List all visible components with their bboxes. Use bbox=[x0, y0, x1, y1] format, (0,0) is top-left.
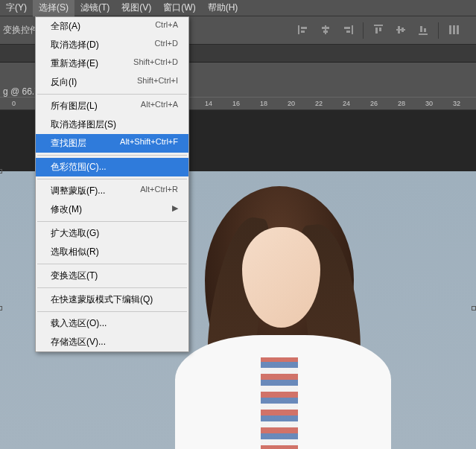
menu-item[interactable]: 全部(A)Ctrl+A bbox=[36, 17, 188, 36]
menu-filter[interactable]: 滤镜(T) bbox=[74, 0, 115, 16]
align-left-icon[interactable] bbox=[296, 22, 311, 37]
transform-handle[interactable] bbox=[0, 169, 2, 173]
menu-separator bbox=[37, 94, 187, 95]
svg-rect-7 bbox=[344, 27, 350, 29]
menu-item-label: 反向(I) bbox=[51, 76, 77, 89]
menu-item[interactable]: 选取相似(R) bbox=[36, 243, 188, 261]
menu-item[interactable]: 变换选区(T) bbox=[36, 267, 188, 285]
svg-rect-1 bbox=[301, 27, 307, 29]
ruler-tick-label: 18 bbox=[260, 100, 267, 107]
align-bottom-icon[interactable] bbox=[416, 22, 431, 37]
distribute-icon[interactable] bbox=[446, 22, 461, 37]
menu-item-label: 全部(A) bbox=[51, 20, 80, 33]
ruler-tick-label: 20 bbox=[288, 100, 295, 107]
ruler-tick-label: 28 bbox=[398, 100, 405, 107]
svg-rect-17 bbox=[424, 28, 426, 32]
svg-rect-14 bbox=[402, 28, 404, 32]
svg-rect-16 bbox=[420, 26, 422, 32]
svg-rect-6 bbox=[352, 25, 353, 34]
menu-item[interactable]: 扩大选取(G) bbox=[36, 224, 188, 243]
menu-item-label: 调整蒙版(F)... bbox=[51, 185, 105, 197]
menu-item[interactable]: 所有图层(L)Alt+Ctrl+A bbox=[36, 97, 188, 115]
ruler-tick-label: 26 bbox=[370, 100, 378, 107]
select-menu-dropdown: 全部(A)Ctrl+A取消选择(D)Ctrl+D重新选择(E)Shift+Ctr… bbox=[35, 16, 189, 352]
svg-rect-20 bbox=[457, 25, 459, 34]
menu-item[interactable]: 取消选择(D)Ctrl+D bbox=[36, 36, 188, 54]
menu-item[interactable]: 重新选择(E)Shift+Ctrl+D bbox=[36, 54, 188, 73]
menu-shortcut: Shift+Ctrl+I bbox=[137, 76, 178, 89]
menu-shortcut: Ctrl+D bbox=[155, 39, 178, 51]
menu-item-label: 所有图层(L) bbox=[51, 100, 98, 112]
menu-separator bbox=[37, 221, 187, 222]
svg-rect-10 bbox=[375, 28, 378, 34]
menu-help[interactable]: 帮助(H) bbox=[202, 0, 244, 16]
svg-rect-13 bbox=[398, 26, 400, 34]
menu-item[interactable]: 存储选区(V)... bbox=[36, 333, 188, 351]
svg-rect-12 bbox=[396, 29, 405, 31]
ruler-tick-label: 0 bbox=[12, 100, 16, 107]
svg-rect-2 bbox=[301, 31, 305, 33]
transform-handle[interactable] bbox=[472, 306, 476, 311]
menu-select[interactable]: 选择(S) bbox=[33, 0, 74, 16]
menu-view[interactable]: 视图(V) bbox=[115, 0, 157, 16]
ruler-tick-label: 24 bbox=[343, 100, 350, 107]
menu-item[interactable]: 调整蒙版(F)...Alt+Ctrl+R bbox=[36, 182, 188, 200]
align-center-v-icon[interactable] bbox=[393, 22, 408, 37]
ruler-tick-label: 30 bbox=[425, 100, 433, 107]
menu-shortcut: Ctrl+A bbox=[155, 20, 178, 33]
menu-type[interactable]: 字(Y) bbox=[0, 0, 33, 16]
menu-item-label: 查找图层 bbox=[51, 137, 86, 150]
svg-rect-0 bbox=[298, 25, 299, 34]
svg-rect-5 bbox=[323, 31, 328, 33]
menu-item-label: 存储选区(V)... bbox=[51, 336, 106, 348]
ruler-tick-label: 22 bbox=[315, 100, 323, 107]
menu-separator bbox=[37, 311, 187, 312]
menu-item-label: 色彩范围(C)... bbox=[51, 161, 107, 173]
svg-rect-4 bbox=[322, 27, 329, 29]
separator bbox=[363, 22, 364, 39]
menu-separator bbox=[37, 155, 187, 156]
menubar: 字(Y) 选择(S) 滤镜(T) 视图(V) 窗口(W) 帮助(H) bbox=[0, 0, 476, 16]
menu-item[interactable]: 在快速蒙版模式下编辑(Q) bbox=[36, 290, 188, 309]
menu-item-label: 修改(M) bbox=[51, 203, 82, 216]
menu-item-label: 扩大选取(G) bbox=[51, 227, 99, 240]
menu-separator bbox=[37, 264, 187, 264]
menu-shortcut: Alt+Ctrl+R bbox=[140, 185, 178, 197]
align-right-icon[interactable] bbox=[340, 22, 355, 37]
menu-item-label: 在快速蒙版模式下编辑(Q) bbox=[51, 293, 153, 306]
menu-item[interactable]: 查找图层Alt+Shift+Ctrl+F bbox=[36, 134, 188, 153]
menu-item-label: 选取相似(R) bbox=[51, 246, 99, 258]
menu-item[interactable]: 反向(I)Shift+Ctrl+I bbox=[36, 73, 188, 92]
svg-rect-9 bbox=[374, 25, 383, 26]
svg-rect-15 bbox=[419, 34, 428, 35]
menu-item-label: 载入选区(O)... bbox=[51, 317, 107, 330]
svg-rect-19 bbox=[453, 25, 455, 34]
svg-rect-11 bbox=[379, 28, 381, 31]
menu-shortcut: Alt+Ctrl+A bbox=[141, 100, 178, 112]
menu-item-label: 取消选择图层(S) bbox=[51, 118, 116, 131]
ruler-tick-label: 16 bbox=[232, 100, 240, 107]
ruler-tick-label: 14 bbox=[205, 100, 212, 107]
submenu-arrow-icon: ▶ bbox=[172, 203, 178, 216]
menu-item[interactable]: 取消选择图层(S) bbox=[36, 115, 188, 134]
separator bbox=[438, 22, 439, 39]
svg-rect-8 bbox=[346, 31, 350, 33]
menu-shortcut: Shift+Ctrl+D bbox=[133, 57, 178, 70]
transform-controls-label: 变换控件 bbox=[3, 24, 39, 36]
menu-window[interactable]: 窗口(W) bbox=[157, 0, 201, 16]
menu-item-label: 取消选择(D) bbox=[51, 39, 99, 51]
ruler-tick-label: 32 bbox=[453, 100, 460, 107]
menu-item-label: 变换选区(T) bbox=[51, 270, 98, 282]
svg-rect-18 bbox=[449, 25, 451, 34]
menu-separator bbox=[37, 179, 187, 179]
document-zoom-label: g @ 66.7 bbox=[3, 86, 39, 97]
menu-item[interactable]: 载入选区(O)... bbox=[36, 314, 188, 333]
menu-item[interactable]: 修改(M)▶ bbox=[36, 200, 188, 219]
align-center-h-icon[interactable] bbox=[318, 22, 333, 37]
menu-shortcut: Alt+Shift+Ctrl+F bbox=[120, 137, 178, 150]
menu-separator bbox=[37, 287, 187, 288]
transform-handle[interactable] bbox=[0, 306, 2, 311]
menu-item-label: 重新选择(E) bbox=[51, 57, 98, 70]
align-top-icon[interactable] bbox=[371, 22, 386, 37]
menu-item[interactable]: 色彩范围(C)... bbox=[36, 158, 188, 176]
